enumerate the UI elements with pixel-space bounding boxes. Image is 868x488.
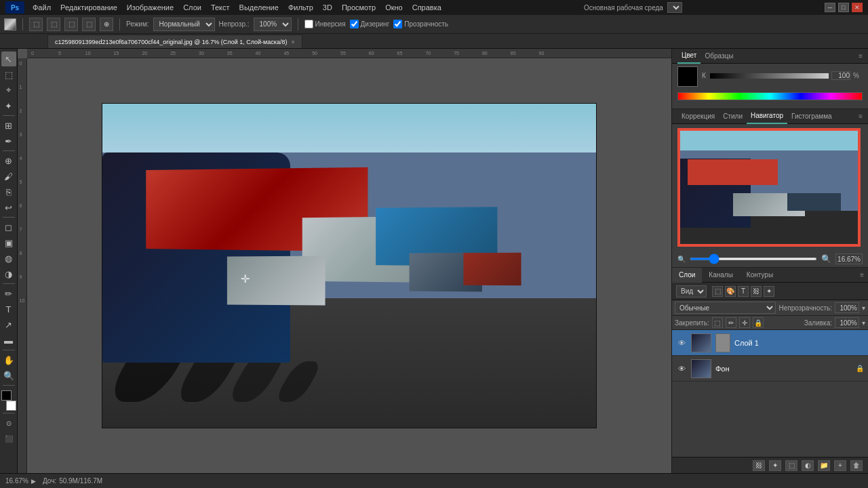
hand-tool[interactable]: ✋ — [1, 352, 16, 367]
gradient-tool[interactable]: ▣ — [1, 235, 16, 250]
restore-button[interactable]: □ — [838, 3, 849, 12]
quick-mask-btn[interactable]: ⊙ — [1, 415, 16, 430]
shape-tool[interactable]: ▬ — [1, 333, 16, 348]
menu-layers[interactable]: Слои — [183, 3, 201, 12]
add-mask-btn[interactable]: ⬚ — [785, 460, 797, 471]
foreground-color[interactable] — [1, 390, 12, 401]
marquee-btn-3[interactable]: ⬚ — [64, 18, 78, 31]
marquee-btn-4[interactable]: ⬚ — [82, 18, 96, 31]
color-tab[interactable]: Цвет — [677, 49, 701, 64]
canvas[interactable]: ✛ — [102, 103, 597, 428]
screen-mode-btn[interactable]: ⬛ — [1, 431, 16, 446]
foreground-color-preview[interactable] — [4, 18, 16, 30]
menu-filter[interactable]: Фильтр — [288, 3, 313, 12]
fill-dropdown[interactable]: ▾ — [862, 319, 865, 327]
color-panel-options[interactable]: ≡ — [859, 52, 863, 60]
add-style-btn[interactable]: ✦ — [769, 460, 781, 471]
dithering-input[interactable] — [350, 20, 359, 28]
new-adjustment-btn[interactable]: 🎨 — [725, 286, 736, 297]
marquee-btn-5[interactable]: ⊕ — [100, 18, 113, 31]
menu-window[interactable]: Окно — [385, 3, 403, 12]
layers-tab[interactable]: Слои — [672, 268, 702, 283]
transparency-checkbox[interactable]: Прозрачность — [393, 20, 448, 28]
zoom-slider[interactable] — [690, 258, 817, 260]
document-tab[interactable]: c12598091399ed213e0f6a706700cf44_origina… — [47, 35, 302, 48]
pen-tool[interactable]: ✏ — [1, 286, 16, 301]
layer-item-1[interactable]: 👁 Фон 🔒 — [672, 356, 868, 382]
layers-panel-options[interactable]: ≡ — [860, 271, 868, 279]
layer-eye-1[interactable]: 👁 — [676, 363, 687, 374]
background-color[interactable] — [6, 401, 16, 411]
layer-styles-btn[interactable]: ✦ — [764, 286, 774, 297]
add-link-btn[interactable]: ⛓ — [753, 460, 765, 471]
magic-wand-tool[interactable]: ✦ — [1, 98, 16, 113]
close-button[interactable]: ✕ — [852, 3, 863, 12]
contours-tab[interactable]: Контуры — [740, 268, 780, 283]
channels-tab[interactable]: Каналы — [702, 268, 740, 283]
menu-image[interactable]: Изображение — [127, 3, 174, 12]
k-slider[interactable] — [710, 73, 829, 79]
styles-tab[interactable]: Стили — [719, 109, 747, 124]
menu-3d[interactable]: 3D — [323, 3, 332, 12]
transparency-input[interactable] — [393, 20, 402, 28]
histogram-tab[interactable]: Гистограмма — [787, 109, 836, 124]
new-layer-btn2[interactable]: + — [834, 460, 846, 471]
layer-type-select[interactable]: Вид — [676, 285, 707, 298]
color-swatch[interactable] — [677, 66, 698, 87]
clone-tool[interactable]: ⎘ — [1, 184, 16, 199]
layer-link-btn[interactable]: ⛓ — [751, 286, 762, 297]
invert-input[interactable] — [304, 20, 313, 28]
new-layer-btn[interactable]: ⬚ — [712, 286, 723, 297]
brush-tool[interactable]: 🖌 — [1, 169, 16, 184]
delete-layer-btn[interactable]: 🗑 — [850, 460, 863, 471]
layer-item-0[interactable]: 👁 Слой 1 — [672, 330, 868, 356]
navigator-tab[interactable]: Навигатор — [747, 109, 787, 124]
menu-select[interactable]: Выделение — [239, 3, 279, 12]
marquee-btn-2[interactable]: ⬚ — [47, 18, 60, 31]
layer-eye-0[interactable]: 👁 — [676, 338, 687, 348]
invert-checkbox[interactable]: Инверсия — [304, 20, 346, 28]
menu-text[interactable]: Текст — [211, 3, 230, 12]
k-value-input[interactable] — [831, 71, 850, 80]
tab-close-icon[interactable]: × — [291, 39, 294, 45]
minimize-button[interactable]: ─ — [825, 3, 835, 12]
dithering-checkbox[interactable]: Дизеринг — [350, 20, 390, 28]
lock-pixels-btn[interactable]: ⬚ — [712, 317, 723, 328]
menu-help[interactable]: Справка — [412, 3, 441, 12]
zoom-tool[interactable]: 🔍 — [1, 368, 16, 383]
history-brush[interactable]: ↩ — [1, 200, 16, 215]
workspace-select[interactable] — [667, 2, 682, 13]
blend-mode-select[interactable]: Обычные — [675, 302, 776, 314]
lock-position-btn[interactable]: ✏ — [726, 317, 736, 328]
text-tool[interactable]: T — [1, 302, 16, 317]
opacity-select[interactable]: 100% — [254, 18, 292, 31]
spectrum-bar[interactable] — [677, 92, 863, 100]
zoom-in-icon[interactable]: 🔍 — [821, 254, 831, 264]
lock-all-btn[interactable]: 🔒 — [753, 317, 764, 328]
new-group-btn2[interactable]: 📁 — [818, 460, 830, 471]
zoom-arrow[interactable]: ▶ — [31, 478, 36, 485]
lasso-tool[interactable]: ⌖ — [1, 83, 16, 98]
opacity-value-input[interactable] — [835, 302, 859, 313]
menu-file[interactable]: Файл — [33, 3, 51, 12]
healing-tool[interactable]: ⊕ — [1, 153, 16, 168]
opacity-dropdown[interactable]: ▾ — [862, 304, 865, 312]
dodge-tool[interactable]: ◑ — [1, 266, 16, 281]
nav-viewport-box[interactable] — [679, 129, 859, 245]
menu-view[interactable]: Просмотр — [342, 3, 376, 12]
zoom-out-icon[interactable]: 🔍 — [677, 256, 686, 263]
path-select-tool[interactable]: ↗ — [1, 317, 16, 332]
crop-tool[interactable]: ⊞ — [1, 118, 16, 133]
marquee-btn-1[interactable]: ⬚ — [29, 18, 43, 31]
marquee-tool[interactable]: ⬚ — [1, 67, 16, 82]
eyedropper-tool[interactable]: ✒ — [1, 134, 16, 148]
blur-tool[interactable]: ◍ — [1, 251, 16, 266]
lock-artboards-btn[interactable]: ✛ — [739, 317, 750, 328]
fill-value-input[interactable] — [835, 317, 859, 328]
samples-tab[interactable]: Образцы — [701, 49, 737, 64]
correction-tab[interactable]: Коррекция — [677, 109, 719, 124]
move-tool[interactable]: ↖ — [1, 52, 16, 66]
mode-select[interactable]: Нормальный — [153, 18, 215, 31]
menu-edit[interactable]: Редактирование — [60, 3, 117, 12]
eraser-tool[interactable]: ◻ — [1, 220, 16, 235]
